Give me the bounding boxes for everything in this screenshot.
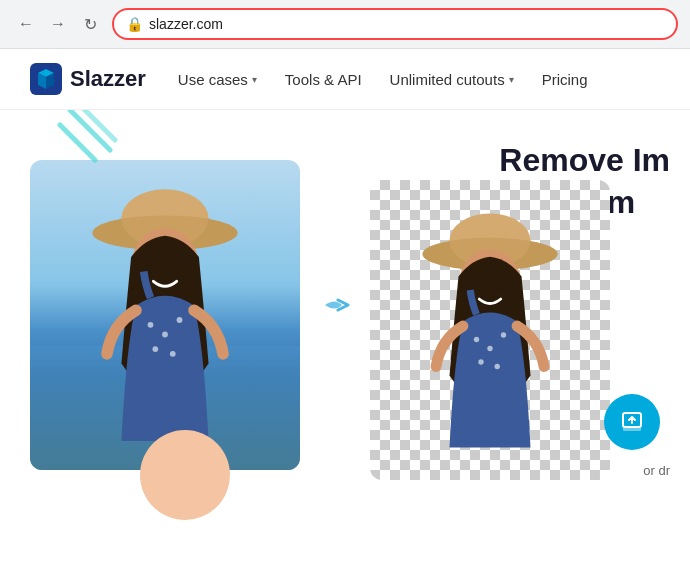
svg-point-20 xyxy=(496,284,505,291)
main-nav: Slazzer Use cases ▾ Tools & API Unlimite… xyxy=(0,49,690,110)
after-image xyxy=(370,180,610,480)
upload-icon xyxy=(620,410,644,434)
decorative-lines xyxy=(50,110,120,170)
browser-toolbar: ← → ↻ 🔒 slazzer.com xyxy=(0,0,690,48)
forward-button[interactable]: → xyxy=(44,10,72,38)
svg-point-9 xyxy=(172,265,182,273)
hero-section: Remove Im Autom xyxy=(0,110,690,530)
upload-button[interactable] xyxy=(604,394,660,450)
refresh-button[interactable]: ↻ xyxy=(76,10,104,38)
svg-point-22 xyxy=(487,346,492,351)
nav-buttons: ← → ↻ xyxy=(12,10,104,38)
browser-chrome: ← → ↻ 🔒 slazzer.com xyxy=(0,0,690,49)
person-after-svg xyxy=(400,190,580,480)
logo-icon xyxy=(30,63,62,95)
chevron-down-icon: ▾ xyxy=(252,74,257,85)
svg-point-21 xyxy=(474,337,479,342)
upload-hint-text: or dr xyxy=(643,463,670,478)
nav-item-pricing[interactable]: Pricing xyxy=(542,71,588,88)
svg-point-10 xyxy=(148,322,154,328)
svg-point-23 xyxy=(501,332,506,337)
svg-point-11 xyxy=(162,332,168,338)
svg-point-8 xyxy=(149,265,159,273)
nav-item-unlimited-cutouts[interactable]: Unlimited cutouts ▾ xyxy=(390,71,514,88)
arrow-container xyxy=(320,290,350,320)
person-before-svg xyxy=(65,170,265,470)
svg-point-24 xyxy=(478,359,483,364)
svg-point-14 xyxy=(170,351,176,357)
svg-point-19 xyxy=(475,284,484,291)
nav-links: Use cases ▾ Tools & API Unlimited cutout… xyxy=(178,71,588,88)
url-text: slazzer.com xyxy=(149,16,223,32)
images-container xyxy=(30,160,660,480)
svg-rect-27 xyxy=(623,427,641,431)
website-content: Slazzer Use cases ▾ Tools & API Unlimite… xyxy=(0,49,690,530)
svg-point-25 xyxy=(495,364,500,369)
before-image xyxy=(30,160,300,470)
svg-point-13 xyxy=(152,346,158,352)
chevron-down-icon-2: ▾ xyxy=(509,74,514,85)
logo-text: Slazzer xyxy=(70,66,146,92)
logo[interactable]: Slazzer xyxy=(30,63,146,95)
lock-icon: 🔒 xyxy=(126,16,143,32)
arrow-icon xyxy=(320,290,350,320)
back-button[interactable]: ← xyxy=(12,10,40,38)
nav-item-use-cases[interactable]: Use cases ▾ xyxy=(178,71,257,88)
address-bar[interactable]: 🔒 slazzer.com xyxy=(112,8,678,40)
peach-circle-decoration xyxy=(140,430,230,520)
nav-item-tools-api[interactable]: Tools & API xyxy=(285,71,362,88)
svg-point-12 xyxy=(177,317,183,323)
